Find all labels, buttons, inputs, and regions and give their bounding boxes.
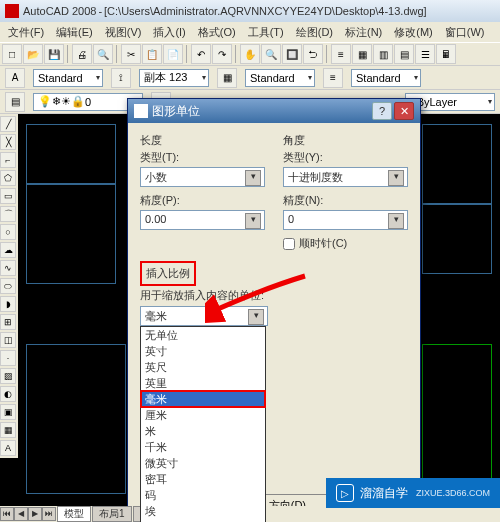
cut-icon[interactable]: ✂ [121,44,141,64]
dialog-titlebar[interactable]: 图形单位 ? ✕ [128,99,420,123]
unit-option[interactable]: 厘米 [141,407,265,423]
length-precision-combo[interactable]: 0.00 [140,210,265,230]
redo-icon[interactable]: ↷ [212,44,232,64]
menu-window[interactable]: 窗口(W) [441,23,489,42]
zoom-icon[interactable]: 🔍 [261,44,281,64]
menu-file[interactable]: 文件(F) [4,23,48,42]
dsv-icon[interactable]: ▦ [352,44,372,64]
undo-icon[interactable]: ↶ [191,44,211,64]
sheet-set-icon[interactable]: ▤ [394,44,414,64]
unit-option[interactable]: 埃 [141,503,265,519]
angle-precision-combo[interactable]: 0 [283,210,408,230]
menu-view[interactable]: 视图(V) [101,23,146,42]
xline-icon[interactable]: ╳ [0,134,16,150]
open-icon[interactable]: 📂 [23,44,43,64]
app-name: AutoCAD 2008 [23,5,96,17]
unit-option[interactable]: 英尺 [141,359,265,375]
textstyle-combo[interactable]: Standard [33,69,103,87]
tablestyle-icon[interactable]: ▦ [217,68,237,88]
table-icon[interactable]: ▦ [0,422,16,438]
make-block-icon[interactable]: ◫ [0,332,16,348]
menu-edit[interactable]: 编辑(E) [52,23,97,42]
insert-block-icon[interactable]: ⊞ [0,314,16,330]
zoom-prev-icon[interactable]: ⮌ [303,44,323,64]
clockwise-input[interactable] [283,238,295,250]
layer-props-icon[interactable]: ▤ [5,92,25,112]
watermark: ▷ 溜溜自学 ZIXUE.3D66.COM [326,478,500,508]
titlebar: AutoCAD 2008 - [C:\Users\Administrator.A… [0,0,500,22]
length-type-combo[interactable]: 小数 [140,167,265,187]
dimstyle-icon[interactable]: ⟟ [111,68,131,88]
dialog-close-icon[interactable]: ✕ [394,102,414,120]
unit-option[interactable]: 密耳 [141,471,265,487]
dialog-icon [134,104,148,118]
insert-unit-combo[interactable]: 毫米 无单位英寸英尺英里毫米厘米米千米微英寸密耳码埃纳米微米分米十米百米百万公里… [140,306,268,326]
menu-insert[interactable]: 插入(I) [149,23,189,42]
menu-modify[interactable]: 修改(M) [390,23,437,42]
play-icon: ▷ [336,484,354,502]
standard-toolbar: □ 📂 💾 🖨 🔍 ✂ 📋 📄 ↶ ↷ ✋ 🔍 🔲 ⮌ ≡ ▦ ▥ ▤ ☰ 🖩 [0,42,500,66]
mlstyle-icon[interactable]: ≡ [323,68,343,88]
copy-icon[interactable]: 📋 [142,44,162,64]
zoom-window-icon[interactable]: 🔲 [282,44,302,64]
tab-prev-icon[interactable]: ◀ [14,507,28,521]
unit-option[interactable]: 英寸 [141,343,265,359]
dimstyle-combo[interactable]: 副本 123 [139,69,209,87]
angle-type-combo[interactable]: 十进制度数 [283,167,408,187]
tab-layout1[interactable]: 布局1 [92,506,132,522]
watermark-brand: 溜溜自学 [360,485,408,502]
menu-dimension[interactable]: 标注(N) [341,23,386,42]
tablestyle-combo[interactable]: Standard [245,69,315,87]
paste-icon[interactable]: 📄 [163,44,183,64]
menu-format[interactable]: 格式(O) [194,23,240,42]
menu-tools[interactable]: 工具(T) [244,23,288,42]
hatch-icon[interactable]: ▨ [0,368,16,384]
dialog-help-icon[interactable]: ? [372,102,392,120]
tab-first-icon[interactable]: ⏮ [0,507,14,521]
revcloud-icon[interactable]: ☁ [0,242,16,258]
ellipse-arc-icon[interactable]: ◗ [0,296,16,312]
unit-option[interactable]: 毫米 [141,391,265,407]
tab-next-icon[interactable]: ▶ [28,507,42,521]
angle-label: 角度 [283,133,408,148]
calc-icon[interactable]: 🖩 [436,44,456,64]
save-icon[interactable]: 💾 [44,44,64,64]
insert-unit-list[interactable]: 无单位英寸英尺英里毫米厘米米千米微英寸密耳码埃纳米微米分米十米百米百万公里天文单… [140,326,266,522]
plot-icon[interactable]: 🖨 [72,44,92,64]
point-icon[interactable]: · [0,350,16,366]
unit-option[interactable]: 微英寸 [141,455,265,471]
tool-palettes-icon[interactable]: ▥ [373,44,393,64]
unit-option[interactable]: 码 [141,487,265,503]
markup-icon[interactable]: ☰ [415,44,435,64]
spline-icon[interactable]: ∿ [0,260,16,276]
gradient-icon[interactable]: ◐ [0,386,16,402]
pan-icon[interactable]: ✋ [240,44,260,64]
unit-option[interactable]: 英里 [141,375,265,391]
properties-icon[interactable]: ≡ [331,44,351,64]
rect-icon[interactable]: ▭ [0,188,16,204]
menu-draw[interactable]: 绘图(D) [292,23,337,42]
arc-icon[interactable]: ⌒ [0,206,16,222]
menubar: 文件(F) 编辑(E) 视图(V) 插入(I) 格式(O) 工具(T) 绘图(D… [0,22,500,42]
unit-option[interactable]: 米 [141,423,265,439]
tab-last-icon[interactable]: ⏭ [42,507,56,521]
mtext-icon[interactable]: A [0,440,16,456]
clockwise-checkbox[interactable]: 顺时针(C) [283,236,408,251]
tab-model[interactable]: 模型 [57,506,91,522]
unit-option[interactable]: 无单位 [141,327,265,343]
region-icon[interactable]: ▣ [0,404,16,420]
preview-icon[interactable]: 🔍 [93,44,113,64]
circle-icon[interactable]: ○ [0,224,16,240]
textstyle-icon[interactable]: A [5,68,25,88]
ellipse-icon[interactable]: ⬭ [0,278,16,294]
length-type-label: 类型(T): [140,150,265,165]
polygon-icon[interactable]: ⬠ [0,170,16,186]
angle-precision-label: 精度(N): [283,193,408,208]
unit-option[interactable]: 千米 [141,439,265,455]
line-icon[interactable]: ╱ [0,116,16,132]
new-icon[interactable]: □ [2,44,22,64]
length-group: 长度 类型(T): 小数 精度(P): 0.00 [140,133,265,251]
mlstyle-combo[interactable]: Standard [351,69,421,87]
angle-type-label: 类型(Y): [283,150,408,165]
pline-icon[interactable]: ⌐ [0,152,16,168]
